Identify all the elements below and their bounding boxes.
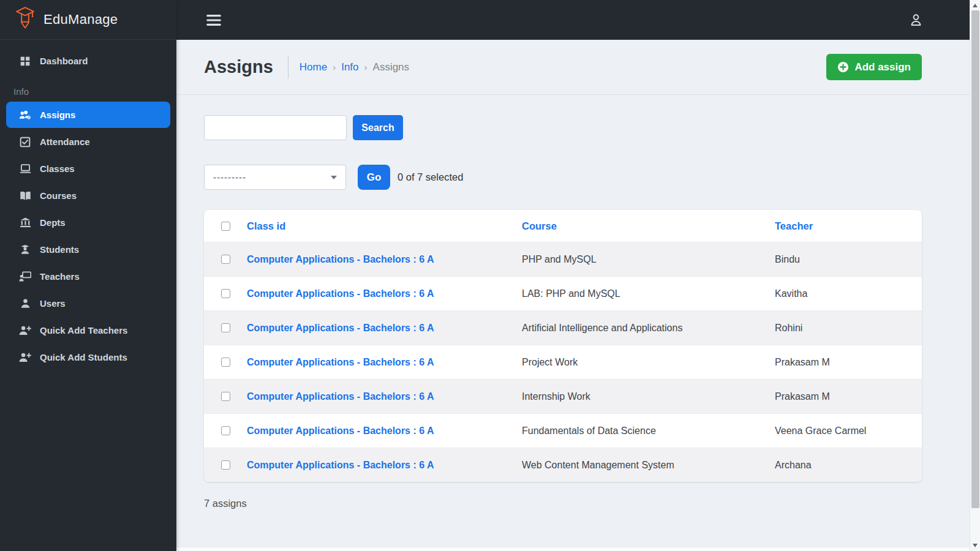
action-bar: --------- Go 0 of 7 selected [204, 165, 922, 190]
action-select[interactable]: --------- [204, 165, 346, 190]
sidebar-item-quick-add-students[interactable]: Quick Add Students [6, 344, 170, 370]
row-checkbox-cell [204, 289, 247, 298]
breadcrumb-separator: › [364, 62, 368, 72]
teacher-cell: Veena Grace Carmel [775, 425, 922, 437]
sidebar-item-dashboard[interactable]: Dashboard [6, 48, 170, 74]
add-assign-button[interactable]: Add assign [826, 54, 922, 80]
column-header-teacher[interactable]: Teacher [775, 220, 922, 232]
row-checkbox-cell [204, 426, 247, 435]
teacher-cell: Prakasam M [775, 357, 922, 368]
sidebar-item-label: Dashboard [40, 56, 88, 66]
class-id-link[interactable]: Computer Applications - Bachelors : 6 A [247, 391, 522, 402]
main-content: Assigns Home › Info › Assigns Add assign… [176, 40, 970, 551]
course-cell: Artificial Intelligence and Applications [522, 323, 775, 334]
class-id-link[interactable]: Computer Applications - Bachelors : 6 A [247, 254, 522, 265]
breadcrumb-home-link[interactable]: Home [300, 61, 327, 73]
sidebar-item-classes[interactable]: Classes [6, 156, 170, 182]
edumanage-logo-icon [15, 6, 36, 34]
class-id-link[interactable]: Computer Applications - Bachelors : 6 A [247, 425, 522, 437]
sidebar-item-label: Users [40, 298, 66, 309]
sidebar-item-students[interactable]: Students [6, 236, 170, 263]
person-plus-icon [18, 352, 32, 362]
search-input[interactable] [204, 115, 347, 140]
sidebar-item-teachers[interactable]: Teachers [6, 263, 170, 290]
content-body: Search --------- Go 0 of 7 selected Clas… [176, 95, 970, 509]
teacher-board-icon [18, 271, 32, 282]
sidebar-item-depts[interactable]: Depts [6, 209, 170, 236]
column-header-course[interactable]: Course [522, 220, 775, 232]
column-header-class-id[interactable]: Class id [247, 220, 522, 232]
scrollbar-thumb[interactable] [971, 10, 979, 508]
go-button[interactable]: Go [358, 165, 390, 190]
sidebar-item-label: Depts [40, 217, 66, 228]
row-checkbox-cell [204, 323, 247, 332]
breadcrumb-current: Assigns [373, 61, 410, 73]
course-cell: Project Work [522, 357, 775, 368]
check-square-icon [18, 137, 32, 148]
course-cell: PHP and MySQL [522, 254, 775, 265]
sidebar-item-label: Teachers [40, 271, 80, 282]
sidebar-item-quick-add-teachers[interactable]: Quick Add Teachers [6, 317, 170, 343]
scrollbar-down-icon[interactable] [973, 544, 978, 547]
row-checkbox[interactable] [221, 392, 230, 401]
row-checkbox[interactable] [221, 460, 230, 470]
laptop-icon [18, 163, 32, 174]
course-cell: LAB: PHP and MySQL [522, 288, 775, 299]
class-id-link[interactable]: Computer Applications - Bachelors : 6 A [247, 357, 522, 368]
row-checkbox-cell [204, 392, 247, 401]
search-bar: Search [204, 115, 922, 140]
person-icon [18, 298, 32, 309]
sidebar-item-label: Courses [40, 190, 77, 201]
row-checkbox[interactable] [221, 255, 230, 264]
sidebar-item-attendance[interactable]: Attendance [6, 129, 170, 155]
teacher-cell: Prakasam M [775, 391, 922, 402]
table-row: Computer Applications - Bachelors : 6 A … [204, 413, 922, 448]
book-open-icon [18, 191, 32, 201]
row-checkbox[interactable] [221, 358, 230, 367]
class-id-link[interactable]: Computer Applications - Bachelors : 6 A [247, 323, 522, 334]
sidebar-section-label: Info [13, 86, 176, 97]
table-row: Computer Applications - Bachelors : 6 A … [204, 379, 922, 413]
scrollbar-up-icon[interactable] [973, 4, 978, 7]
sidebar-item-assigns[interactable]: Assigns [6, 102, 170, 128]
add-assign-label: Add assign [854, 61, 911, 73]
row-checkbox[interactable] [221, 289, 230, 298]
action-select-value: --------- [213, 172, 246, 182]
class-id-link[interactable]: Computer Applications - Bachelors : 6 A [247, 288, 522, 299]
hamburger-menu-icon[interactable] [206, 13, 222, 27]
brand: EduManage [0, 0, 176, 40]
sidebar-item-label: Students [40, 244, 79, 255]
teacher-cell: Archana [775, 460, 922, 471]
title-divider [288, 56, 288, 78]
row-checkbox-cell [204, 255, 247, 264]
users-gear-icon [18, 110, 32, 121]
result-count: 7 assigns [204, 498, 922, 509]
select-all-checkbox[interactable] [221, 222, 230, 231]
course-cell: Internship Work [522, 391, 775, 402]
breadcrumb: Home › Info › Assigns [300, 61, 409, 73]
breadcrumb-info-link[interactable]: Info [341, 61, 358, 73]
page-scrollbar[interactable] [970, 0, 980, 551]
user-account-icon[interactable] [908, 12, 924, 28]
sidebar-item-label: Quick Add Students [40, 352, 127, 362]
sidebar-nav: Dashboard Info Assigns Atte [0, 40, 176, 370]
graduate-icon [18, 244, 32, 255]
course-cell: Fundamentals of Data Science [522, 425, 775, 437]
class-id-link[interactable]: Computer Applications - Bachelors : 6 A [247, 460, 522, 471]
teacher-cell: Bindu [775, 254, 922, 265]
bank-icon [18, 217, 32, 228]
sidebar-item-label: Classes [40, 163, 75, 174]
brand-name: EduManage [43, 12, 118, 28]
table-row: Computer Applications - Bachelors : 6 A … [204, 310, 922, 345]
sidebar-item-courses[interactable]: Courses [6, 182, 170, 209]
row-checkbox[interactable] [221, 426, 230, 435]
plus-circle-icon [837, 61, 849, 73]
header-checkbox-cell [204, 222, 247, 231]
teacher-cell: Kavitha [775, 288, 922, 299]
search-button[interactable]: Search [353, 115, 403, 140]
content-header: Assigns Home › Info › Assigns Add assign [176, 40, 970, 95]
page-title: Assigns [204, 57, 273, 77]
sidebar-item-users[interactable]: Users [6, 290, 170, 317]
row-checkbox[interactable] [221, 323, 230, 332]
sidebar-item-label: Assigns [40, 110, 75, 120]
